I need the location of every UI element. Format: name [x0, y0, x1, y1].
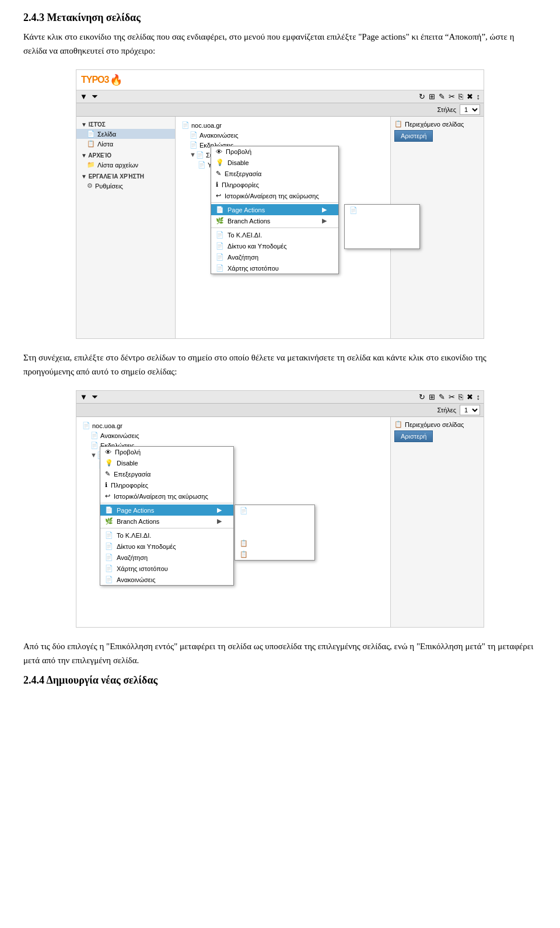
move2-icon[interactable]: ↕ [477, 393, 481, 401]
edit2-ctx-icon: ✎ [105, 470, 110, 478]
tree2-item-noc[interactable]: 📄 noc.uoa.gr [80, 421, 387, 430]
ctx-divider-2 [211, 227, 338, 228]
columns-bar: Στήλες 123 [76, 103, 484, 117]
cut-icon[interactable]: ✂ [449, 92, 455, 101]
ctx-item-klidi[interactable]: 📄 Το Κ.ΛΕΙ.ΔΙ. [211, 229, 338, 240]
ctx2-item-branch-actions[interactable]: 🌿 Branch Actions ▶ [100, 516, 233, 527]
ctx-klidi-label: Το Κ.ΛΕΙ.ΔΙ. [228, 232, 262, 239]
delete-icon[interactable]: ✖ [467, 92, 473, 101]
cut2-sub-icon: ✂ [240, 518, 245, 526]
left-button-2[interactable]: Αριστερή [394, 430, 433, 442]
sidebar-item-settings[interactable]: ⚙ Ρυθμίσεις [76, 181, 175, 191]
sub-new-label: Νέα [361, 207, 372, 214]
sub-item-delete[interactable]: ✖ Διαγραφή [345, 237, 419, 248]
ctx-item-preview[interactable]: 👁 Προβολή [211, 146, 338, 157]
ctx2-announcements2-label: Ανακοινώσεις [117, 576, 155, 583]
sub-item-copy[interactable]: ⎘ Αντιγραφή [345, 227, 419, 237]
sidebar-item-filelist-label: Λίστα αρχείων [97, 162, 138, 169]
ctx-branch-actions-label: Branch Actions [228, 218, 270, 225]
ctx-sitemap-label: Χάρτης ιστοτόπου [228, 265, 279, 272]
ctx2-item-history[interactable]: ↩ Ιστορικό/Αναίρεση της ακύρωσης [100, 491, 233, 502]
funnel-icon[interactable]: ⏷ [91, 92, 99, 101]
sub-delete-label: Διαγραφή [358, 240, 386, 247]
ctx-item-network[interactable]: 📄 Δίκτυο και Υποδομές [211, 240, 338, 251]
paragraph-2: Στη συνέχεια, επιλέξτε στο δέντρο σελίδω… [23, 351, 537, 379]
ctx2-sitemap-label: Χάρτης ιστοτόπου [117, 565, 168, 572]
sitemap2-icon: 📄 [105, 565, 113, 572]
ctx2-item-network[interactable]: 📄 Δίκτυο και Υποδομές [100, 541, 233, 552]
move-icon[interactable]: ↕ [477, 92, 481, 101]
ctx2-item-announcements2[interactable]: 📄 Ανακοινώσεις [100, 574, 233, 585]
ctx2-item-page-actions[interactable]: 📄 Page Actions ▶ 📄 Νέα ✂ Αποκοπή [100, 505, 233, 516]
ctx-item-sitemap[interactable]: 📄 Χάρτης ιστοτόπου [211, 262, 338, 274]
right-panel-btn-row: Αριστερή [394, 130, 480, 142]
sidebar: ▼ ΙΣΤΌΣ 📄 Σελίδα 📋 Λίστα ▼ ΑΡΧΕΊΟ 📁 Λίστ… [76, 117, 176, 338]
search2-ctx-icon: 📄 [105, 554, 113, 561]
paragraph-3: Από τις δύο επιλογές η "Επικόλληση εντός… [23, 639, 537, 667]
section-heading-2: 2.4.4 Δημιουργία νέας σελίδας [23, 674, 537, 687]
tree-item-announcements[interactable]: 📄 Ανακοινώσεις [187, 130, 387, 140]
sub-item-new[interactable]: 📄 Νέα [345, 205, 419, 216]
ctx2-item-edit[interactable]: ✎ Επεξεργασία [100, 468, 233, 479]
disable-icon: 💡 [216, 159, 224, 166]
sub2-item-copy[interactable]: ⎘ Αντιγραφή [235, 527, 314, 538]
cut2-icon[interactable]: ✂ [449, 393, 455, 401]
info-icon: ℹ [216, 181, 218, 188]
ctx-item-info[interactable]: ℹ Πληροφορίες [211, 179, 338, 190]
filter2-icon[interactable]: ▼ [80, 393, 88, 401]
new2-icon[interactable]: ⊞ [429, 393, 435, 401]
new2-sub-icon: 📄 [240, 507, 248, 514]
ctx2-branch-actions-label: Branch Actions [117, 518, 159, 525]
ctx-item-search[interactable]: 📄 Αναζήτηση [211, 251, 338, 262]
edit2-icon[interactable]: ✎ [439, 393, 445, 401]
columns-select-2[interactable]: 123 [460, 405, 480, 415]
copy2-icon[interactable]: ⎘ [459, 393, 463, 401]
refresh-icon[interactable]: ↻ [419, 92, 425, 101]
tree2-announcements-icon: 📄 [90, 432, 99, 439]
sidebar-section-web-title: ▼ ΙΣΤΌΣ [76, 120, 175, 129]
delete2-icon[interactable]: ✖ [467, 393, 473, 401]
ctx-item-history[interactable]: ↩ Ιστορικό/Αναίρεση της ακύρωσης [211, 190, 338, 201]
copy-icon[interactable]: ⎘ [459, 92, 463, 101]
ctx2-item-search[interactable]: 📄 Αναζήτηση [100, 552, 233, 563]
left-button[interactable]: Αριστερή [394, 130, 433, 142]
tree-item-noc[interactable]: 📄 noc.uoa.gr [179, 120, 387, 130]
ctx-item-disable[interactable]: 💡 Disable [211, 157, 338, 168]
refresh2-icon[interactable]: ↻ [419, 393, 425, 401]
funnel2-icon[interactable]: ⏷ [91, 393, 99, 401]
ctx2-search-label: Αναζήτηση [117, 554, 148, 561]
ctx2-disable-label: Disable [117, 460, 138, 467]
ctx2-item-info[interactable]: ℹ Πληροφορίες [100, 479, 233, 491]
sub2-item-paste-after[interactable]: 📋 Επικόλληση μετά [235, 549, 314, 560]
columns-bar-2: Στήλες 123 [76, 404, 484, 417]
sub2-item-new[interactable]: 📄 Νέα [235, 505, 314, 516]
sidebar-item-filelist[interactable]: 📁 Λίστα αρχείων [76, 160, 175, 170]
list-icon: 📋 [87, 140, 95, 148]
filter-icon[interactable]: ▼ [80, 92, 88, 101]
sidebar-item-page[interactable]: 📄 Σελίδα [76, 129, 175, 139]
sidebar-item-list[interactable]: 📋 Λίστα [76, 139, 175, 149]
ctx2-klidi-label: Το Κ.ΛΕΙ.ΔΙ. [117, 532, 151, 539]
ctx2-item-klidi[interactable]: 📄 Το Κ.ΛΕΙ.ΔΙ. [100, 530, 233, 541]
tree2-item-announcements[interactable]: 📄 Ανακοινώσεις [88, 430, 387, 440]
sub2-item-cut[interactable]: ✂ Αποκοπή [235, 516, 314, 527]
ctx2-item-sitemap[interactable]: 📄 Χάρτης ιστοτόπου [100, 563, 233, 574]
ctx2-item-disable[interactable]: 💡 Disable [100, 457, 233, 468]
sub-item-cut[interactable]: ✂ Αποκοπή [345, 216, 419, 227]
columns-label-2: Στήλες [438, 407, 456, 414]
sub2-item-paste-into[interactable]: 📋 Επικόλληση εντός [235, 538, 314, 549]
sidebar-section-archive-title: ▼ ΑΡΧΕΊΟ [76, 151, 175, 160]
content-icon: 📋 [394, 120, 402, 128]
ctx-item-branch-actions[interactable]: 🌿 Branch Actions ▶ [211, 215, 338, 226]
right-panel-content-row: 📋 Περιεχόμενο σελίδας [394, 120, 480, 128]
ctx2-item-preview[interactable]: 👁 Προβολή [100, 447, 233, 457]
tree2-events-icon: 📄 [90, 442, 99, 449]
main-area-2: 📄 noc.uoa.gr 📄 Ανακοινώσεις 📄 Εκδηλώσεις… [76, 417, 484, 627]
ctx2-page-actions-label: Page Actions [117, 507, 154, 514]
new-icon[interactable]: ⊞ [429, 92, 435, 101]
edit-icon[interactable]: ✎ [439, 92, 445, 101]
columns-select[interactable]: 123 [460, 104, 480, 115]
ctx-item-page-actions[interactable]: 📄 Page Actions ▶ 📄 Νέα ✂ Αποκοπή [211, 204, 338, 215]
branch-actions2-icon: 🌿 [105, 517, 113, 525]
ctx-item-edit[interactable]: ✎ Επεξεργασία [211, 168, 338, 179]
